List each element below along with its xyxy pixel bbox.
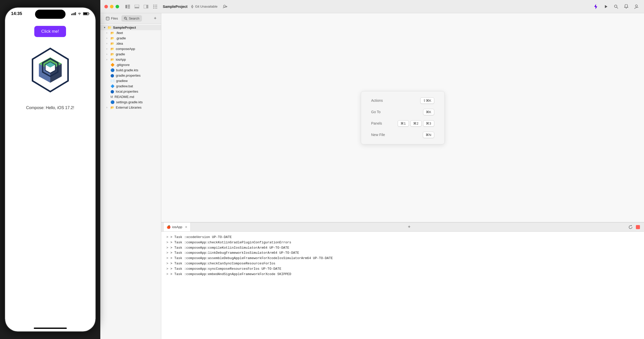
sidebar-item-idea[interactable]: › 📂 .idea (100, 41, 161, 46)
svg-rect-7 (125, 5, 127, 8)
panels-key-2[interactable]: ⌘2 (410, 120, 422, 127)
svg-line-35 (126, 19, 127, 20)
svg-rect-9 (127, 6, 130, 7)
composeapp-label: composeApp (116, 47, 135, 51)
readme-label: README.md (115, 95, 134, 99)
terminal-tab-label: iosApp (172, 225, 182, 229)
terminal-stop-button[interactable] (636, 225, 640, 229)
git-status: Git Unavailable (190, 5, 217, 8)
svg-point-16 (155, 5, 156, 5)
sidebar-item-gradlew-bat[interactable]: › 🔷 gradlew.bat (100, 83, 161, 89)
git-icon (190, 5, 194, 8)
goto-key-1[interactable]: ⌘K (423, 109, 434, 115)
gradlew-label: gradlew (116, 79, 128, 83)
lightning-icon[interactable] (592, 3, 599, 10)
terminal-line: > > Task :composeApp:syncComposeResource… (166, 266, 639, 272)
root-folder-icon: 📁 (107, 26, 111, 29)
toolbar-left-icons (124, 3, 159, 10)
actions-label: Actions (371, 98, 392, 103)
gradle-folder-icon: 📂 (110, 53, 114, 56)
panel-toggle-icon[interactable] (142, 3, 150, 10)
svg-rect-2 (74, 13, 75, 15)
sidebar-tab-search[interactable]: Search (121, 15, 142, 22)
terminal-add-button[interactable]: + (406, 224, 413, 230)
sidebar-add-button[interactable]: + (152, 16, 158, 21)
terminal-restart-icon[interactable] (628, 224, 633, 230)
sidebar-item-settings-gradle[interactable]: › 🔵 settings.gradle.kts (100, 99, 161, 105)
panels-key-3[interactable]: ⌘3 (423, 120, 434, 127)
terminal-tab-close[interactable]: ✕ (185, 225, 187, 229)
home-indicator (34, 328, 67, 329)
iphone-time: 14:35 (11, 11, 22, 16)
idea-folder-icon: 📂 (110, 42, 114, 45)
svg-point-21 (153, 8, 154, 8)
maximize-traffic-light[interactable] (116, 5, 119, 8)
project-title: SampleProject (163, 5, 187, 9)
sidebar-item-local-props[interactable]: › ⬤ local.properties (100, 89, 161, 94)
goto-label: Go To (371, 110, 392, 114)
sidebar-root[interactable]: ▼ 📁 SampleProject (100, 25, 161, 30)
sidebar-item-gradle-dir[interactable]: › 📂 .gradle (100, 36, 161, 41)
sidebar-item-gitignore[interactable]: › 🔶 .gitignore (100, 62, 161, 67)
terminal-toggle-icon[interactable] (133, 3, 140, 10)
minimize-traffic-light[interactable] (110, 5, 114, 8)
composeapp-chevron: › (106, 47, 109, 50)
close-traffic-light[interactable] (104, 5, 108, 8)
svg-rect-3 (75, 12, 76, 15)
terminal-panel: 🍎 iosApp ✕ + (161, 222, 644, 339)
newfile-key-1[interactable]: ⌘N (423, 132, 434, 138)
iphone-screen: 14:35 (5, 8, 95, 331)
panels-key-1[interactable]: ⌘1 (398, 120, 409, 127)
sidebar-item-fleet[interactable]: › 📂 .fleet (100, 30, 161, 36)
grid-icon[interactable] (152, 3, 159, 10)
sidebar-item-iosapp[interactable]: › 📂 iosApp (100, 57, 161, 62)
add-account-icon[interactable] (221, 3, 229, 10)
gradlew-bat-label: gradlew.bat (116, 84, 133, 88)
sidebar-item-readme[interactable]: › М README.md (100, 94, 161, 99)
local-props-label: local.properties (116, 90, 138, 93)
sidebar-item-build-gradle[interactable]: › 🔵 build.gradle.kts (100, 67, 161, 73)
iphone-content: Click me! (25, 18, 76, 328)
sidebar-item-gradlew[interactable]: › ✉️ gradlew (100, 78, 161, 83)
readme-icon: М (110, 95, 113, 99)
newfile-shortcut-row: New File ⌘N (371, 132, 434, 138)
gradlew-icon: ✉️ (110, 79, 115, 83)
signal-icon (71, 12, 76, 15)
panels-keys: ⌘1 ⌘2 ⌘3 (398, 120, 434, 127)
sidebar-item-external-libs[interactable]: › 📂 External Libraries (100, 105, 161, 110)
terminal-line: > > Task :composeApp:assembleDebugAppleF… (166, 256, 639, 261)
notifications-icon[interactable] (623, 3, 630, 10)
svg-point-17 (156, 5, 157, 5)
external-libs-label: External Libraries (116, 106, 141, 109)
editor-area: Actions ⇧⌘K Go To ⌘K Panels (161, 13, 644, 339)
svg-point-18 (153, 6, 154, 7)
fleet-chevron: › (106, 31, 109, 34)
svg-point-20 (156, 6, 157, 7)
actions-key-1[interactable]: ⇧⌘K (420, 97, 434, 104)
gradle-folder-label: gradle (116, 52, 125, 56)
click-me-button[interactable]: Click me! (34, 26, 66, 37)
sidebar-tab-files[interactable]: Files (103, 15, 120, 22)
title-bar-right (592, 3, 640, 10)
sidebar-item-composeapp[interactable]: › 📂 composeApp (100, 46, 161, 52)
profile-icon[interactable] (633, 3, 640, 10)
sidebar-toggle-icon[interactable] (124, 3, 131, 10)
terminal-tabs: 🍎 iosApp ✕ + (161, 223, 644, 232)
goto-shortcut-row: Go To ⌘K (371, 109, 434, 115)
sidebar-tree: ▼ 📁 SampleProject › 📂 .fleet › 📂 .gradle (100, 24, 161, 339)
build-gradle-icon: 🔵 (110, 68, 115, 72)
terminal-line: > > Task :composeApp:linkDebugFrameworkI… (166, 250, 639, 256)
simulator-panel: 14:35 (0, 0, 100, 339)
run-icon[interactable] (602, 3, 609, 10)
git-status-text: Git Unavailable (195, 5, 217, 8)
external-libs-chevron: › (106, 106, 109, 109)
svg-point-22 (155, 8, 156, 8)
terminal-tab-iosapp[interactable]: 🍎 iosApp ✕ (163, 223, 191, 231)
sidebar-item-gradle-props[interactable]: › ⬤ gradle.properties (100, 73, 161, 78)
wifi-icon (77, 12, 82, 15)
sidebar-item-gradle-folder[interactable]: › 📂 gradle (100, 52, 161, 57)
search-icon[interactable] (613, 3, 620, 10)
editor-main: Actions ⇧⌘K Go To ⌘K Panels (161, 13, 644, 222)
fleet-label: .fleet (116, 31, 123, 35)
external-libs-icon: 📂 (110, 106, 114, 109)
